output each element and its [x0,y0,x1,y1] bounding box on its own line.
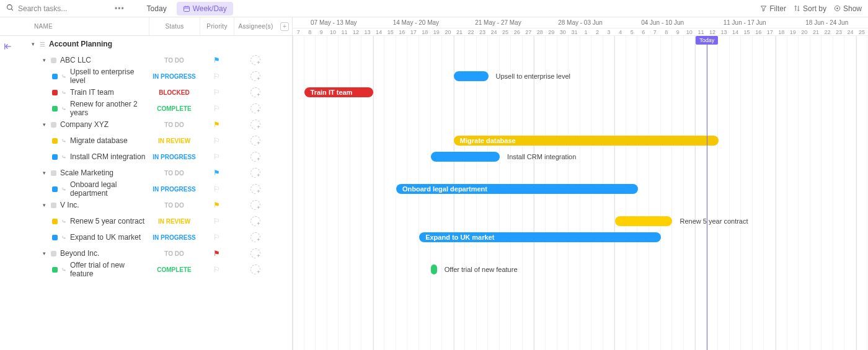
column-assignee-header[interactable]: Assignee(s) [234,17,277,35]
status-label[interactable]: TO DO [149,250,200,257]
weekday-button[interactable]: Week/Day [177,2,233,15]
gantt-bar[interactable]: Onboard legal department [396,184,638,194]
priority-cell[interactable]: ⚑ [200,56,234,64]
assignee-cell[interactable] [234,216,277,226]
status-label[interactable]: IN PROGRESS [149,234,200,241]
add-assignee-icon[interactable] [250,152,260,162]
gantt-bar[interactable]: Train IT team [304,87,373,97]
assignee-cell[interactable] [234,232,277,242]
caret-down-icon[interactable]: ▾ [41,202,47,208]
task-row[interactable]: ⤷Upsell to enterprise levelIN PROGRESS⚐ [0,68,292,84]
caret-down-icon[interactable]: ▾ [41,121,47,128]
priority-cell[interactable]: ⚑ [200,120,234,129]
status-label[interactable]: IN PROGRESS [149,73,200,80]
gantt-bar[interactable] [431,152,500,162]
add-assignee-icon[interactable] [250,71,260,81]
caret-down-icon[interactable]: ▾ [41,250,47,256]
assignee-cell[interactable] [234,103,277,113]
add-assignee-icon[interactable] [250,200,260,210]
parent-task-row[interactable]: ▾V Inc.TO DO⚑ [0,197,292,213]
assignee-cell[interactable] [234,265,277,274]
caret-down-icon[interactable]: ▾ [41,57,47,63]
caret-down-icon[interactable]: ▾ [41,170,47,176]
status-label[interactable]: IN PROGRESS [149,186,200,193]
add-assignee-icon[interactable] [250,265,260,274]
task-row[interactable]: ⤷Renew 5 year contractIN REVIEW⚐ [0,213,292,229]
gantt-bar[interactable] [615,216,673,226]
assignee-cell[interactable] [234,87,277,97]
priority-cell[interactable]: ⚐ [200,217,234,225]
status-label[interactable]: TO DO [149,170,200,177]
add-assignee-icon[interactable] [250,168,260,178]
assignee-cell[interactable] [234,120,277,129]
priority-cell[interactable]: ⚐ [200,104,234,113]
status-label[interactable]: COMPLETE [149,105,200,112]
gantt-bar[interactable] [454,71,489,81]
subtask-icon: ⤷ [61,266,66,273]
sortby-button[interactable]: Sort by [794,4,826,13]
priority-cell[interactable]: ⚑ [200,168,234,177]
status-label[interactable]: COMPLETE [149,266,200,273]
assignee-cell[interactable] [234,152,277,162]
assignee-cell[interactable] [234,184,277,194]
priority-cell[interactable]: ⚐ [200,152,234,161]
gantt-bar[interactable] [431,265,437,274]
priority-cell[interactable]: ⚐ [200,72,234,81]
search-input[interactable] [18,4,86,13]
column-status-header[interactable]: Status [149,17,200,35]
task-row[interactable]: ⤷Install CRM integrationIN PROGRESS⚐ [0,149,292,165]
today-button[interactable]: Today [142,2,172,15]
more-icon[interactable]: ••• [115,4,125,13]
add-assignee-icon[interactable] [250,120,260,129]
task-row[interactable]: ⤷Migrate databaseIN REVIEW⚐ [0,133,292,149]
parent-task-row[interactable]: ▾ABC LLCTO DO⚑ [0,52,292,68]
add-assignee-icon[interactable] [250,136,260,146]
show-button[interactable]: Show [834,4,862,13]
priority-cell[interactable]: ⚐ [200,233,234,242]
status-label[interactable]: TO DO [149,121,200,128]
add-assignee-icon[interactable] [250,184,260,194]
add-column-button[interactable]: + [277,22,292,31]
add-assignee-icon[interactable] [250,55,260,65]
priority-cell[interactable]: ⚐ [200,185,234,193]
filter-button[interactable]: Filter [760,4,786,13]
status-label[interactable]: BLOCKED [149,89,200,96]
assignee-cell[interactable] [234,71,277,81]
group-row[interactable]: ▾☰Account Planning [0,36,292,52]
status-label[interactable]: TO DO [149,202,200,209]
task-row[interactable]: ⤷Train IT teamBLOCKED⚐ [0,84,292,100]
priority-cell[interactable]: ⚐ [200,88,234,97]
column-name-header[interactable]: NAME [0,23,149,30]
gantt-bar[interactable]: Expand to UK market [419,232,661,242]
task-row[interactable]: ⤷Expand to UK marketIN PROGRESS⚐ [0,229,292,245]
status-label[interactable]: IN REVIEW [149,138,200,144]
collapse-panel-icon[interactable] [4,42,12,53]
gantt-bar[interactable]: Migrate database [454,136,719,146]
status-label[interactable]: IN REVIEW [149,218,200,225]
column-priority-header[interactable]: Priority [200,17,234,35]
task-row[interactable]: ⤷Renew for another 2 yearsCOMPLETE⚐ [0,100,292,116]
add-assignee-icon[interactable] [250,87,260,97]
task-row[interactable]: ⤷Offer trial of new featureCOMPLETE⚐ [0,261,292,278]
add-assignee-icon[interactable] [250,248,260,258]
status-label[interactable]: IN PROGRESS [149,154,200,160]
assignee-cell[interactable] [234,55,277,65]
add-assignee-icon[interactable] [250,216,260,226]
caret-down-icon[interactable]: ▾ [30,41,36,47]
assignee-cell[interactable] [234,200,277,210]
priority-cell[interactable]: ⚑ [200,201,234,209]
search-icon[interactable] [6,4,14,14]
priority-cell[interactable]: ⚑ [200,249,234,258]
parent-task-row[interactable]: ▾Beyond Inc.TO DO⚑ [0,245,292,261]
parent-task-row[interactable]: ▾Scale MarketingTO DO⚑ [0,165,292,181]
add-assignee-icon[interactable] [250,232,260,242]
add-assignee-icon[interactable] [250,103,260,113]
assignee-cell[interactable] [234,136,277,146]
assignee-cell[interactable] [234,168,277,178]
status-label[interactable]: TO DO [149,57,200,64]
task-row[interactable]: ⤷Onboard legal departmentIN PROGRESS⚐ [0,181,292,197]
assignee-cell[interactable] [234,248,277,258]
parent-task-row[interactable]: ▾Company XYZTO DO⚑ [0,116,292,133]
priority-cell[interactable]: ⚐ [200,265,234,274]
priority-cell[interactable]: ⚐ [200,136,234,145]
